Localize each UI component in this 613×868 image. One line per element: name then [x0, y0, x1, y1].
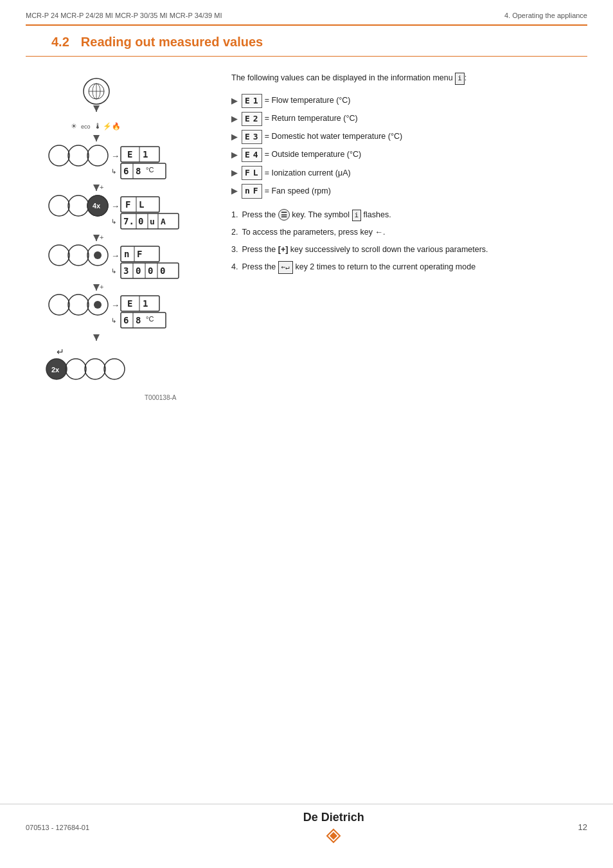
step-3-text: Press the [+] key successively to scroll…	[242, 244, 488, 256]
svg-text:+: +	[100, 183, 103, 191]
svg-text:7.: 7.	[123, 216, 134, 226]
svg-text:n: n	[124, 249, 129, 259]
code-nf: n F	[242, 184, 262, 198]
step-2-text: To access the parameters, press key ←.	[242, 226, 385, 239]
i-flash-symbol: i	[352, 210, 362, 222]
bullet-arrow: ▶	[231, 113, 238, 125]
e1-desc: = Flow temperature (°C)	[265, 95, 351, 107]
svg-rect-79	[121, 296, 159, 311]
svg-text:🔥: 🔥	[112, 122, 121, 131]
text-column: The following values can be displayed in…	[225, 72, 587, 484]
svg-text:°C: °C	[146, 315, 154, 323]
list-item-e2: ▶ E 2 = Return temperature (°C)	[231, 112, 587, 126]
code-e4: E 4	[242, 148, 262, 162]
e4-desc: = Outside temperature (°C)	[265, 149, 362, 161]
back-key-symbol: ←↵	[278, 261, 293, 275]
nf-desc: = Fan speed (rpm)	[265, 186, 331, 197]
section-number: 4.2	[51, 35, 69, 50]
step-3: Press the [+] key successively to scroll…	[231, 244, 587, 256]
svg-text:1: 1	[143, 149, 148, 159]
steps-list: Press the ☰ key. The symbol i flashes. T…	[231, 209, 587, 275]
svg-point-16	[87, 145, 108, 166]
svg-point-74	[49, 294, 69, 315]
code-fl: F L	[242, 166, 262, 180]
svg-text:0: 0	[160, 266, 165, 276]
svg-point-32	[68, 195, 89, 216]
header-left-text: MCR-P 24 MCR-P 24/28 MI MCR-P 30/35 MI M…	[26, 12, 222, 19]
svg-text:A: A	[161, 217, 166, 226]
value-list: ▶ E 1 = Flow temperature (°C) ▶ E 2 = Re…	[231, 94, 587, 199]
menu-key-symbol: ☰	[278, 209, 290, 221]
svg-text:0: 0	[138, 216, 143, 226]
svg-text:0: 0	[148, 266, 153, 276]
svg-text:1: 1	[143, 298, 148, 309]
svg-text:→: →	[111, 300, 120, 310]
svg-text:+: +	[100, 283, 103, 291]
svg-text:↵: ↵	[57, 347, 64, 357]
step-4: Press the ←↵ key 2 times to return to th…	[231, 261, 587, 275]
svg-point-96	[104, 359, 125, 379]
svg-text:u: u	[150, 217, 155, 226]
info-menu-symbol: i	[455, 73, 465, 85]
svg-text:°C: °C	[146, 166, 154, 174]
svg-point-14	[49, 145, 69, 166]
svg-marker-99	[330, 832, 337, 840]
svg-text:8: 8	[136, 166, 141, 176]
section-title: Reading out measured values	[81, 35, 263, 50]
svg-text:→: →	[111, 201, 120, 211]
step-2: To access the parameters, press key ←.	[231, 226, 587, 239]
section-heading: 4.2 Reading out measured values	[26, 24, 587, 57]
svg-text:↳: ↳	[111, 267, 116, 275]
list-item-e4: ▶ E 4 = Outside temperature (°C)	[231, 148, 587, 162]
step-1-text: Press the ☰ key. The symbol i flashes.	[242, 209, 391, 222]
code-e2: E 2	[242, 112, 262, 126]
diagram-column: ☀ eco 🌡 ⚡ 🔥 → E 1 ↳ 6 8	[26, 72, 212, 484]
svg-text:☀: ☀	[71, 122, 77, 130]
bullet-arrow: ▶	[231, 131, 238, 143]
svg-text:8: 8	[136, 315, 141, 325]
svg-text:E: E	[127, 298, 132, 309]
page-footer: 070513 - 127684-01 De Dietrich 12	[0, 804, 613, 850]
svg-point-56	[94, 251, 102, 259]
header-right-text: 4. Operating the appliance	[504, 12, 587, 19]
svg-text:→: →	[111, 151, 120, 161]
page-number: 12	[578, 822, 587, 832]
footer-doc-number: 070513 - 127684-01	[26, 824, 89, 831]
e3-desc: = Domestic hot water temperature (°C)	[265, 131, 402, 143]
svg-text:2x: 2x	[51, 366, 60, 374]
main-content: ☀ eco 🌡 ⚡ 🔥 → E 1 ↳ 6 8	[0, 57, 613, 484]
svg-text:F: F	[125, 199, 130, 210]
svg-text:4x: 4x	[93, 202, 101, 210]
fl-desc: = Ionization current (μA)	[265, 168, 351, 179]
list-item-e1: ▶ E 1 = Flow temperature (°C)	[231, 94, 587, 108]
svg-text:3: 3	[123, 266, 129, 276]
svg-text:→: →	[111, 251, 120, 260]
bullet-arrow: ▶	[231, 95, 238, 107]
bullet-arrow: ▶	[231, 185, 238, 197]
svg-point-95	[85, 359, 105, 379]
svg-point-54	[68, 245, 89, 266]
svg-text:0: 0	[136, 266, 141, 276]
step-1: Press the ☰ key. The symbol i flashes.	[231, 209, 587, 222]
bullet-arrow: ▶	[231, 149, 238, 161]
list-item-e3: ▶ E 3 = Domestic hot water temperature (…	[231, 130, 587, 144]
svg-text:E: E	[127, 149, 132, 159]
code-e3: E 3	[242, 130, 262, 144]
svg-point-53	[49, 245, 69, 266]
brand-name-text: De Dietrich	[303, 811, 364, 824]
brand-logo-icon	[326, 828, 341, 844]
svg-text:↳: ↳	[111, 317, 116, 324]
step-4-text: Press the ←↵ key 2 times to return to th…	[242, 261, 475, 275]
intro-text: The following values can be displayed in…	[231, 72, 587, 85]
page-header: MCR-P 24 MCR-P 24/28 MI MCR-P 30/35 MI M…	[0, 0, 613, 24]
svg-text:↳: ↳	[111, 218, 116, 225]
svg-text:T000138-A: T000138-A	[145, 394, 177, 401]
list-item-nf: ▶ n F = Fan speed (rpm)	[231, 184, 587, 198]
svg-point-15	[68, 145, 89, 166]
svg-rect-18	[121, 147, 159, 162]
e2-desc: = Return temperature (°C)	[265, 113, 358, 125]
svg-text:🌡: 🌡	[94, 122, 102, 131]
svg-text:+: +	[100, 233, 103, 241]
svg-point-75	[68, 294, 89, 315]
svg-point-94	[66, 359, 86, 379]
